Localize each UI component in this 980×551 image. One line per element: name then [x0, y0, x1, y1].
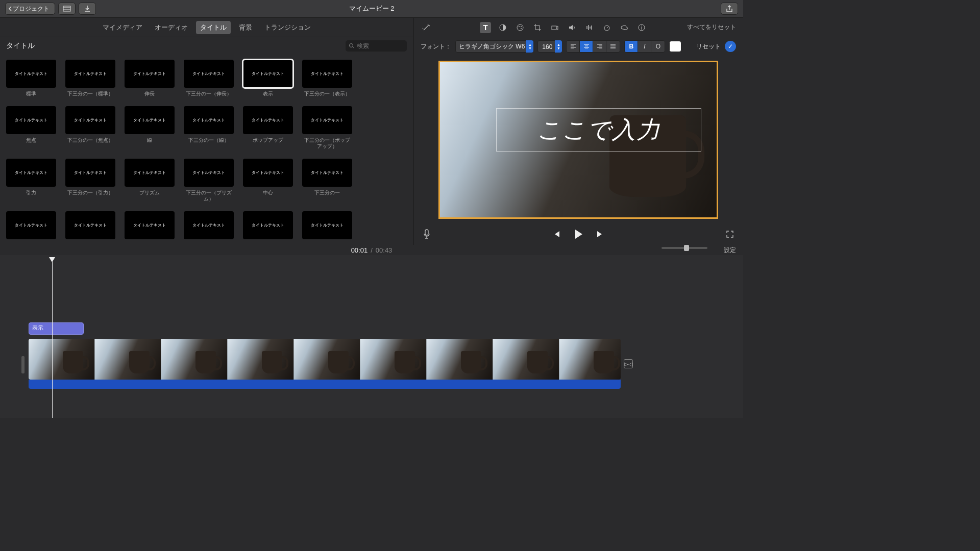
color-correction-button[interactable] — [514, 22, 526, 33]
title-tile[interactable]: タイトルテキストポップアップ — [243, 106, 293, 149]
title-tile[interactable]: タイトルテキスト下三分の一（プリズム） — [184, 159, 234, 202]
info-icon — [638, 23, 646, 32]
title-tile[interactable]: タイトルテキスト — [302, 211, 352, 242]
next-button[interactable] — [596, 230, 605, 239]
title-tile[interactable]: タイトルテキスト下三分の一（引力） — [65, 159, 115, 202]
tab-transitions[interactable]: トランジション — [260, 21, 315, 34]
video-frame — [559, 339, 621, 380]
title-tile[interactable]: タイトルテキスト下三分の一（線） — [184, 106, 234, 149]
title-tile[interactable]: タイトルテキスト下三分の一（表示） — [302, 60, 352, 97]
stabilize-button[interactable] — [549, 22, 560, 33]
import-button[interactable] — [79, 3, 96, 15]
time-header: 00:01 / 00:43 設定 — [0, 245, 743, 255]
title-thumbnail: タイトルテキスト — [184, 60, 234, 88]
align-justify-button[interactable] — [606, 41, 620, 52]
prev-button[interactable] — [552, 230, 561, 239]
title-tile[interactable]: タイトルテキスト — [184, 211, 234, 242]
zoom-knob[interactable] — [684, 245, 689, 251]
title-tile[interactable]: タイトルテキスト下三分の一（ポップアップ） — [302, 106, 352, 149]
reset-button[interactable]: リセット — [696, 42, 721, 51]
audio-track[interactable] — [29, 380, 621, 389]
title-text[interactable]: ここで入力 — [537, 114, 661, 146]
track-handle[interactable] — [21, 356, 24, 373]
title-tile[interactable]: タイトルテキスト表示 — [243, 60, 293, 97]
equalizer-icon — [585, 23, 594, 32]
italic-button[interactable]: I — [638, 41, 651, 52]
playhead[interactable] — [52, 258, 53, 418]
text-inspector-button[interactable]: T — [480, 22, 491, 33]
reset-all-button[interactable]: すべてをリセット — [687, 23, 736, 32]
title-tile[interactable]: タイトルテキスト下三分の一 — [302, 159, 352, 202]
title-tile[interactable]: タイトルテキスト — [6, 211, 56, 242]
video-frame — [29, 339, 95, 380]
title-tile-label: 引力 — [26, 190, 36, 196]
title-tile[interactable]: タイトルテキスト線 — [125, 106, 175, 149]
project-title: マイムービー 2 — [349, 4, 395, 13]
svg-rect-0 — [63, 6, 70, 11]
title-thumbnail: タイトルテキスト — [302, 159, 352, 187]
cloud-icon — [620, 23, 628, 32]
video-preview[interactable]: ここで入力 — [438, 61, 718, 219]
align-left-button[interactable] — [567, 41, 580, 52]
share-button[interactable] — [721, 3, 738, 15]
color-swatch[interactable] — [669, 41, 681, 52]
title-tile-label: 下三分の一（表示） — [304, 91, 350, 97]
play-button[interactable] — [572, 228, 584, 240]
font-select[interactable]: ヒラギノ角ゴシック W6 — [455, 40, 528, 53]
zoom-slider[interactable] — [662, 247, 707, 249]
search-field[interactable] — [346, 40, 407, 52]
title-thumbnail: タイトルテキスト — [243, 159, 293, 187]
video-frame — [360, 339, 427, 380]
title-tile-label: 線 — [147, 137, 152, 143]
title-thumbnail: タイトルテキスト — [302, 106, 352, 134]
media-library-button[interactable] — [58, 3, 76, 15]
timeline-settings-button[interactable]: 設定 — [724, 246, 736, 255]
title-tile[interactable]: タイトルテキスト下三分の一（焦点） — [65, 106, 115, 149]
filter-button[interactable] — [619, 22, 630, 33]
browser-tabs: マイメディア オーディオ タイトル 背景 トランジション — [0, 18, 413, 37]
title-tile[interactable]: タイトルテキスト下三分の一（標準） — [65, 60, 115, 97]
title-clip[interactable]: 表示 — [29, 322, 84, 335]
title-tile[interactable]: タイトルテキスト — [125, 211, 175, 242]
info-button[interactable] — [636, 22, 647, 33]
title-tile[interactable]: タイトルテキスト引力 — [6, 159, 56, 202]
transition-handle[interactable]: ▷◁ — [624, 359, 633, 368]
noise-reduce-button[interactable] — [584, 22, 595, 33]
align-right-button[interactable] — [593, 41, 606, 52]
stepper-icon[interactable]: ▲▼ — [526, 40, 533, 53]
tab-titles[interactable]: タイトル — [196, 21, 231, 34]
outline-button[interactable]: O — [651, 41, 665, 52]
title-text-box[interactable]: ここで入力 — [496, 108, 701, 152]
timeline[interactable]: 表示 ▷◁ — [0, 255, 743, 418]
title-tile[interactable]: タイトルテキストプリズム — [125, 159, 175, 202]
title-thumbnail: タイトルテキスト — [125, 211, 175, 239]
fullscreen-button[interactable] — [726, 230, 734, 238]
title-tile[interactable]: タイトルテキスト — [65, 211, 115, 242]
volume-button[interactable] — [567, 22, 578, 33]
align-justify-icon — [610, 44, 616, 49]
stepper-icon[interactable]: ▲▼ — [555, 40, 562, 53]
bold-button[interactable]: B — [625, 41, 638, 52]
voiceover-button[interactable] — [423, 229, 431, 239]
title-tile[interactable]: タイトルテキスト伸長 — [125, 60, 175, 97]
title-tile[interactable]: タイトルテキスト焦点 — [6, 106, 56, 149]
tab-audio[interactable]: オーディオ — [151, 21, 192, 34]
title-tile[interactable]: タイトルテキスト中心 — [243, 159, 293, 202]
speed-button[interactable] — [601, 22, 612, 33]
text-format-bar: フォント： ヒラギノ角ゴシック W6 ▲▼ 160 ▲▼ B I O — [413, 37, 743, 56]
search-input[interactable] — [357, 42, 398, 49]
color-balance-button[interactable] — [497, 22, 508, 33]
back-to-projects-button[interactable]: プロジェクト — [5, 3, 55, 15]
tab-backgrounds[interactable]: 背景 — [235, 21, 256, 34]
align-center-button[interactable] — [580, 41, 593, 52]
video-clip[interactable] — [29, 339, 621, 380]
apply-button[interactable]: ✓ — [725, 41, 736, 52]
tab-my-media[interactable]: マイメディア — [99, 21, 146, 34]
title-tile[interactable]: タイトルテキスト — [243, 211, 293, 242]
magic-wand-button[interactable] — [421, 22, 432, 33]
title-tile[interactable]: タイトルテキスト下三分の一（伸長） — [184, 60, 234, 97]
title-tile[interactable]: タイトルテキスト標準 — [6, 60, 56, 97]
crop-button[interactable] — [532, 22, 543, 33]
font-size-field[interactable]: 160 — [537, 40, 557, 53]
title-thumbnail: タイトルテキスト — [243, 211, 293, 239]
